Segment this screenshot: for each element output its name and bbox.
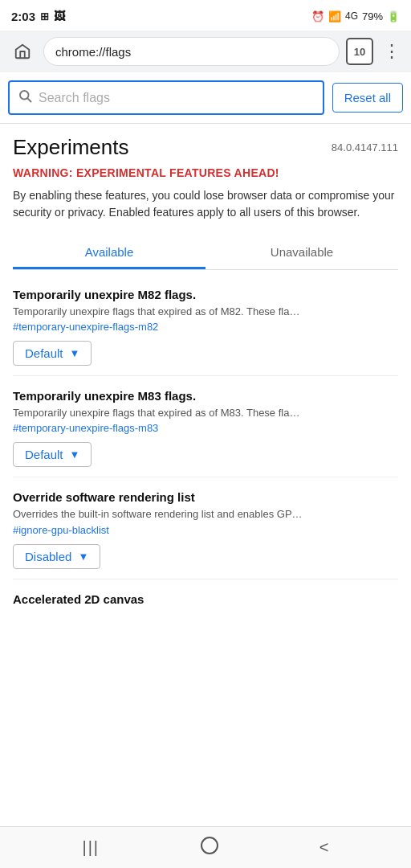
flag-description: Temporarily unexpire flags that expired … <box>13 406 398 420</box>
flag-item: Override software rendering list Overrid… <box>13 477 398 579</box>
flag-dropdown-value: Default <box>25 448 63 461</box>
home-button[interactable] <box>8 37 37 66</box>
tabs-row: Available Unavailable <box>13 235 398 270</box>
search-icon <box>18 88 32 107</box>
url-bar[interactable]: chrome://flags <box>43 37 340 66</box>
alarm-icon: ⏰ <box>311 10 324 23</box>
search-bar-container: Search flags Reset all <box>0 72 411 124</box>
flag-description: Overrides the built-in software renderin… <box>13 507 398 522</box>
flag-title: Override software rendering list <box>13 490 398 504</box>
flag-dropdown[interactable]: Default ▼ <box>13 341 92 366</box>
grid-icon: ⊞ <box>40 10 49 23</box>
bottom-navigation: ||| < <box>0 826 411 868</box>
flag-description: Temporarily unexpire flags that expired … <box>13 305 398 319</box>
flag-dropdown[interactable]: Disabled ▼ <box>13 544 100 569</box>
flag-item: Temporarily unexpire M83 flags. Temporar… <box>13 376 398 477</box>
main-content: Experiments 84.0.4147.111 WARNING: EXPER… <box>0 124 411 667</box>
chevron-down-icon: ▼ <box>78 551 88 563</box>
signal-icon: 4G <box>345 10 358 22</box>
battery-icon: 🔋 <box>387 10 400 23</box>
svg-line-1 <box>27 98 31 101</box>
status-time: 2:03 <box>11 10 35 23</box>
svg-point-2 <box>201 837 218 854</box>
warning-message: WARNING: EXPERIMENTAL FEATURES AHEAD! <box>13 166 398 179</box>
flag-item: Accelerated 2D canvas <box>13 579 398 619</box>
flag-link[interactable]: #temporary-unexpire-flags-m83 <box>13 422 398 434</box>
photo-icon: 🖼 <box>54 10 65 23</box>
tab-count-button[interactable]: 10 <box>346 38 373 65</box>
experiments-header: Experiments 84.0.4147.111 <box>13 135 398 160</box>
flag-item: Temporarily unexpire M82 flags. Temporar… <box>13 275 398 376</box>
flag-list: Temporarily unexpire M82 flags. Temporar… <box>13 275 398 619</box>
description-text: By enabling these features, you could lo… <box>13 187 398 221</box>
status-right: ⏰ 📶 4G 79% 🔋 <box>311 10 400 23</box>
battery-text: 79% <box>362 10 383 23</box>
version-number: 84.0.4147.111 <box>332 135 398 154</box>
flag-title: Accelerated 2D canvas <box>13 592 398 606</box>
flag-dropdown[interactable]: Default ▼ <box>13 442 92 467</box>
page-title: Experiments <box>13 135 129 160</box>
tab-unavailable[interactable]: Unavailable <box>206 235 398 269</box>
flag-link[interactable]: #ignore-gpu-blacklist <box>13 524 398 536</box>
flag-dropdown-value: Disabled <box>25 550 71 563</box>
chevron-down-icon: ▼ <box>70 347 80 359</box>
flag-title: Temporarily unexpire M82 flags. <box>13 288 398 301</box>
back-button[interactable]: < <box>319 838 329 857</box>
chevron-down-icon: ▼ <box>70 448 80 461</box>
flag-dropdown-value: Default <box>25 346 63 360</box>
status-left: 2:03 ⊞ 🖼 <box>11 10 65 23</box>
url-text: chrome://flags <box>55 45 328 59</box>
address-bar: chrome://flags 10 ⋮ <box>0 31 411 72</box>
recents-button[interactable]: ||| <box>82 838 100 857</box>
search-flags-input[interactable]: Search flags <box>8 80 324 115</box>
search-flags-placeholder: Search flags <box>39 91 315 105</box>
flag-link[interactable]: #temporary-unexpire-flags-m82 <box>13 321 398 333</box>
wifi-icon: 📶 <box>328 10 341 23</box>
tab-available[interactable]: Available <box>13 235 206 269</box>
reset-all-button[interactable]: Reset all <box>332 83 403 113</box>
flag-title: Temporarily unexpire M83 flags. <box>13 389 398 403</box>
home-nav-button[interactable] <box>200 836 219 860</box>
status-bar: 2:03 ⊞ 🖼 ⏰ 📶 4G 79% 🔋 <box>0 0 411 31</box>
more-options-button[interactable]: ⋮ <box>380 41 403 62</box>
